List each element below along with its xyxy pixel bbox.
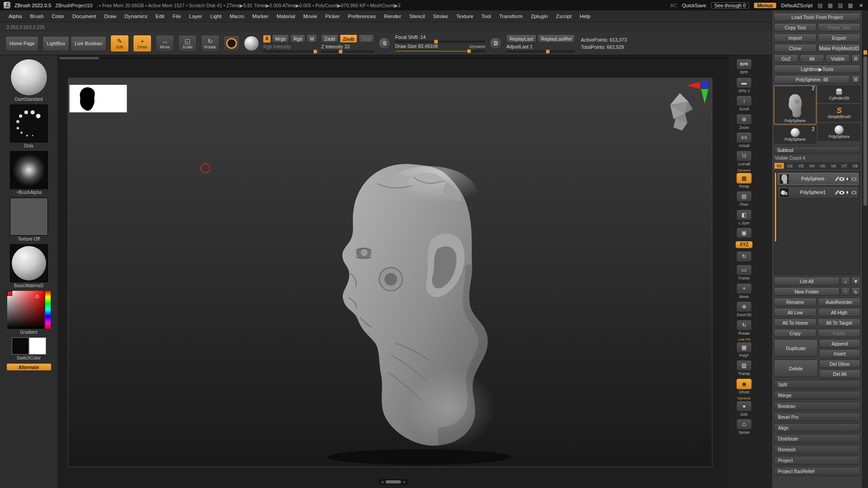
menu-light[interactable]: Light: [206, 12, 226, 20]
scroll-right-icon[interactable]: »: [403, 479, 406, 484]
menu-tool[interactable]: Tool: [477, 12, 495, 20]
menus-button[interactable]: Menus: [754, 3, 776, 8]
copy-subtool-button[interactable]: Copy: [774, 329, 816, 337]
shelf-persp-button[interactable]: Dynamic ▦ Persp: [736, 169, 752, 188]
paste-subtool-button[interactable]: Paste: [818, 329, 860, 337]
subtool-item-polysphere[interactable]: PolySphere: [778, 173, 859, 185]
close-icon[interactable]: ×: [858, 2, 864, 9]
menu-material[interactable]: Material: [273, 12, 299, 20]
focal-shift-slider[interactable]: Focal Shift -14: [395, 35, 485, 43]
canvas-scrollbar-top[interactable]: [58, 57, 729, 59]
tool-thumbnail-active[interactable]: 2 PolySphere: [774, 85, 816, 124]
subtool-section-header[interactable]: Subtool: [774, 146, 860, 154]
subtool-thumbnail[interactable]: [779, 188, 789, 198]
shelf-xyz-button[interactable]: XYZ: [735, 241, 753, 248]
shelf-spix-slider[interactable]: ▬ SPix 3: [736, 77, 752, 93]
main-color-swatch[interactable]: [12, 337, 29, 355]
y-axis-arrow-icon[interactable]: [701, 89, 708, 104]
secondary-color-swatch[interactable]: [29, 337, 46, 355]
duplicate-button[interactable]: Duplicate: [774, 339, 818, 357]
all-to-home-button[interactable]: All To Home: [774, 318, 816, 327]
move-down-button[interactable]: ▼: [851, 277, 860, 285]
paint-icon[interactable]: [835, 176, 839, 181]
shelf-actual-button[interactable]: 1:1 Actual: [736, 132, 752, 148]
replay-last-rel-button[interactable]: ReplayLastRel: [538, 34, 575, 43]
dynamic-brush-size-button[interactable]: D: [489, 37, 502, 50]
scrollbar-handle[interactable]: [386, 480, 401, 483]
visible-count-slider[interactable]: Visible Count 4: [774, 156, 860, 161]
m-button[interactable]: M: [307, 34, 317, 43]
document-viewport[interactable]: [68, 78, 712, 467]
shelf-spin-button[interactable]: ↻: [736, 251, 752, 262]
dynamic-label[interactable]: Dynamic: [470, 44, 485, 49]
home-page-button[interactable]: Home Page: [5, 36, 38, 51]
alpha-thumbnail[interactable]: [10, 151, 48, 189]
window-tool-icon-1[interactable]: ▤: [817, 3, 822, 8]
export-button[interactable]: Export: [818, 33, 860, 42]
scroll-left-icon[interactable]: «: [381, 479, 384, 484]
tool-thumbnail-cylinder[interactable]: Cylinder3D: [818, 85, 861, 103]
edit-button[interactable]: ✎ Edit: [110, 35, 129, 52]
menu-layer[interactable]: Layer: [185, 12, 206, 20]
partial-visibility-icon[interactable]: [846, 190, 850, 194]
zcut-button[interactable]: Zcut: [359, 34, 374, 43]
rgb-intensity-slider[interactable]: Rgb Intensity: [263, 44, 317, 52]
tool-thumbnail-polysphere3[interactable]: PolySphere: [818, 123, 861, 141]
draw-size-slider[interactable]: Draw Size 83.49108 Dynamic: [395, 44, 485, 52]
tool-thumbnail-simplebrush[interactable]: S SimpleBrush: [818, 104, 861, 122]
menu-render[interactable]: Render: [380, 12, 405, 20]
shelf-aahalf-button[interactable]: ½ AAHalf: [736, 151, 752, 166]
canvas-scrollbar-horizontal[interactable]: « »: [379, 479, 408, 485]
shelf-solo-button[interactable]: Dynamic ● Solo: [736, 397, 752, 416]
menu-document[interactable]: Document: [68, 12, 100, 20]
z-intensity-slider[interactable]: Z Intensity 33: [321, 44, 374, 52]
shelf-bpr-button[interactable]: BPR BPR: [736, 59, 752, 75]
alternate-button[interactable]: Alternate: [6, 363, 52, 371]
brush-thumbnail[interactable]: [10, 59, 47, 96]
shelf-xpose-button[interactable]: ◇ Xpose: [736, 419, 752, 435]
menu-edit[interactable]: Edit: [152, 12, 169, 20]
move-out-folder-button[interactable]: ↰: [841, 287, 850, 296]
move-into-folder-button[interactable]: ↳: [851, 287, 860, 296]
section-bevel-pro[interactable]: Bevel Pro: [774, 412, 860, 422]
menu-zscript[interactable]: Zscript: [552, 12, 576, 20]
eye-icon[interactable]: [839, 191, 844, 194]
replay-last-button[interactable]: ReplayLast: [506, 34, 536, 43]
tab-v3[interactable]: V3: [796, 162, 806, 169]
shelf-rotate3d-button[interactable]: ↻ Rotate: [736, 320, 752, 336]
paint-icon[interactable]: [835, 190, 839, 195]
tool-thumbnail-polysphere2[interactable]: 2 PolySphere: [774, 126, 816, 143]
insert-button[interactable]: Insert: [819, 349, 860, 358]
window-tool-icon-4[interactable]: ▩: [848, 3, 853, 8]
list-visibility-icon[interactable]: [851, 191, 857, 194]
tool-r-button[interactable]: R: [851, 75, 860, 84]
texture-thumbnail[interactable]: [10, 198, 48, 236]
tab-v5[interactable]: V5: [817, 162, 828, 169]
section-project-basrelief[interactable]: Project BasRelief: [774, 467, 860, 476]
menu-movie[interactable]: Movie: [299, 12, 321, 20]
shelf-polyframe-button[interactable]: Line Fill ▦ PolyF: [736, 338, 752, 357]
all-to-target-button[interactable]: All To Target: [818, 318, 860, 327]
tab-v7[interactable]: V7: [839, 162, 849, 169]
shelf-move-button[interactable]: + Move: [736, 283, 752, 299]
autoreorder-button[interactable]: AutoReorder: [818, 298, 860, 306]
move-up-button[interactable]: ▲: [841, 277, 850, 285]
menu-alpha[interactable]: Alpha: [5, 12, 26, 20]
window-tool-icon-2[interactable]: ▦: [828, 3, 833, 8]
menu-picker[interactable]: Picker: [321, 12, 344, 20]
menu-transform[interactable]: Transform: [495, 12, 526, 20]
menu-preferences[interactable]: Preferences: [344, 12, 380, 20]
menu-brush[interactable]: Brush: [26, 12, 47, 20]
live-boolean-button[interactable]: Live Boolean: [71, 36, 106, 51]
menu-help[interactable]: Help: [576, 12, 595, 20]
zadd-button[interactable]: Zadd: [321, 34, 338, 43]
all-high-button[interactable]: All High: [818, 308, 860, 317]
shelf-scroll-button[interactable]: ↕ Scroll: [736, 95, 752, 111]
del-other-button[interactable]: Del Other: [819, 360, 860, 368]
scrollbar-handle[interactable]: [863, 57, 867, 206]
subtool-thumbnail[interactable]: [779, 174, 789, 184]
shelf-frame-button[interactable]: ▭ Frame: [736, 265, 752, 280]
all-low-button[interactable]: All Low: [774, 308, 816, 317]
menu-stencil[interactable]: Stencil: [405, 12, 429, 20]
stroke-preview-panel[interactable]: [69, 85, 127, 113]
